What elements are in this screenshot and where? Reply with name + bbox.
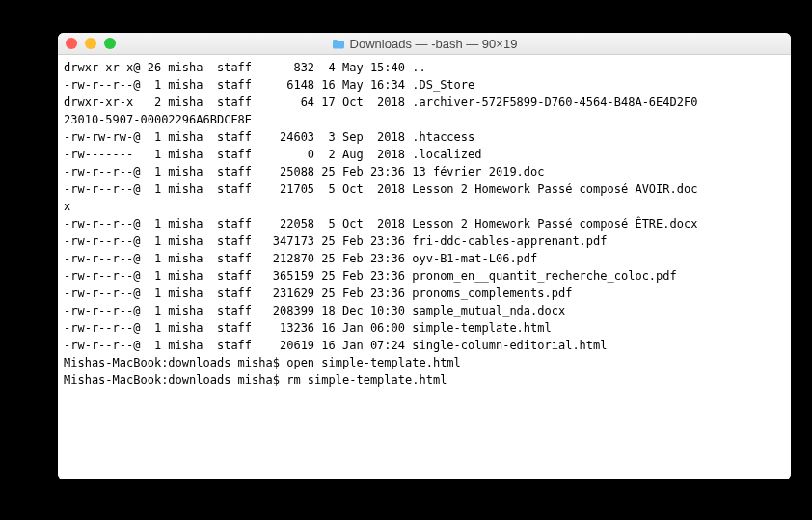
listing-row: -rw-r--r--@ 1 misha staff 212870 25 Feb … (64, 250, 785, 267)
folder-icon (332, 39, 345, 49)
traffic-lights (66, 38, 116, 49)
listing-row: -rw-r--r--@ 1 misha staff 6148 16 May 16… (64, 76, 785, 94)
listing-row: -rw-r--r--@ 1 misha staff 20619 16 Jan 0… (64, 337, 785, 354)
listing-row: -rw-rw-rw-@ 1 misha staff 24603 3 Sep 20… (64, 128, 785, 146)
zoom-icon[interactable] (104, 38, 116, 49)
listing-row: 23010-5907-00002296A6BDCE8E (64, 111, 785, 128)
listing-row: drwxr-xr-x 2 misha staff 64 17 Oct 2018 … (64, 94, 785, 111)
listing-row: -rw-r--r--@ 1 misha staff 21705 5 Oct 20… (64, 180, 785, 198)
listing-row: -rw-r--r--@ 1 misha staff 208399 18 Dec … (64, 302, 785, 319)
listing-row: -rw-r--r--@ 1 misha staff 13236 16 Jan 0… (64, 319, 785, 337)
minimize-icon[interactable] (85, 38, 96, 49)
terminal-window: Downloads — -bash — 90×19 drwxr-xr-x@ 26… (58, 33, 791, 479)
listing-row: -rw-r--r--@ 1 misha staff 22058 5 Oct 20… (64, 215, 785, 233)
close-icon[interactable] (66, 38, 77, 49)
listing-row: -rw-r--r--@ 1 misha staff 365159 25 Feb … (64, 267, 785, 285)
listing-row: -rw-r--r--@ 1 misha staff 231629 25 Feb … (64, 285, 785, 302)
listing-row: -rw-r--r--@ 1 misha staff 347173 25 Feb … (64, 233, 785, 250)
terminal-body[interactable]: drwxr-xr-x@ 26 misha staff 832 4 May 15:… (58, 55, 791, 479)
titlebar: Downloads — -bash — 90×19 (58, 33, 791, 55)
window-title-text: Downloads — -bash — 90×19 (350, 37, 518, 51)
prompt-line[interactable]: Mishas-MacBook:downloads misha$ rm simpl… (64, 371, 785, 389)
prompt-line[interactable]: Mishas-MacBook:downloads misha$ open sim… (64, 354, 785, 371)
text-cursor (447, 372, 447, 386)
listing-row: x (64, 198, 785, 215)
listing-row: -rw------- 1 misha staff 0 2 Aug 2018 .l… (64, 146, 785, 163)
listing-row: -rw-r--r--@ 1 misha staff 25088 25 Feb 2… (64, 163, 785, 180)
listing-row: drwxr-xr-x@ 26 misha staff 832 4 May 15:… (64, 59, 785, 76)
window-title: Downloads — -bash — 90×19 (58, 37, 791, 51)
